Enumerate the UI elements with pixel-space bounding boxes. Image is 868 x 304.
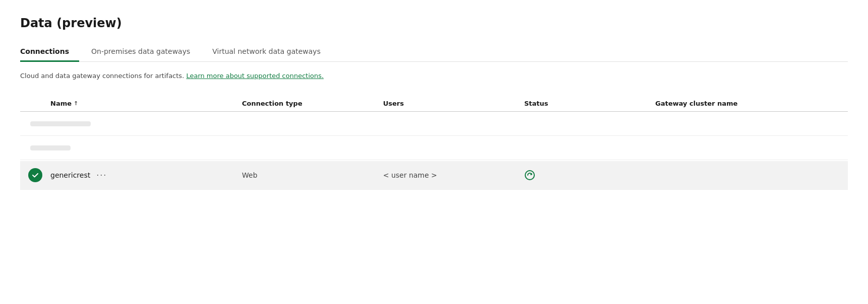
row-status — [524, 170, 655, 181]
sort-arrow-up-icon: ↑ — [74, 100, 78, 107]
page-title: Data (preview) — [20, 16, 848, 30]
row-check-col — [20, 168, 50, 182]
tab-connections[interactable]: Connections — [20, 42, 79, 62]
empty-row-1 — [20, 112, 848, 136]
learn-more-link[interactable]: Learn more about supported connections. — [186, 72, 324, 80]
empty-row-2 — [20, 136, 848, 160]
empty-row-bar-1 — [30, 121, 91, 126]
page-container: Data (preview) Connections On-premises d… — [0, 0, 868, 304]
status-refresh-icon — [524, 170, 655, 181]
col-header-gateway-cluster-name: Gateway cluster name — [655, 100, 848, 107]
row-users: < user name > — [383, 171, 524, 179]
row-name-text: genericrest — [50, 171, 90, 179]
table-header: Name ↑ Connection type Users Status Gate… — [20, 96, 848, 112]
empty-rows — [20, 112, 848, 160]
description-text: Cloud and data gateway connections for a… — [20, 72, 848, 80]
empty-row-bar-2 — [30, 145, 71, 150]
tab-on-premises[interactable]: On-premises data gateways — [91, 42, 200, 62]
tab-bar: Connections On-premises data gateways Vi… — [20, 42, 848, 62]
row-connection-type: Web — [242, 171, 383, 179]
check-circle-icon — [28, 168, 42, 182]
col-header-name[interactable]: Name ↑ — [50, 100, 242, 107]
row-name-col: genericrest ··· — [50, 171, 242, 180]
col-header-users: Users — [383, 100, 524, 107]
table-row[interactable]: genericrest ··· Web < user name > — [20, 161, 848, 190]
col-header-connection-type[interactable]: Connection type — [242, 100, 383, 107]
row-menu-button[interactable]: ··· — [96, 171, 107, 180]
svg-point-0 — [525, 171, 534, 180]
tab-virtual-network[interactable]: Virtual network data gateways — [212, 42, 331, 62]
col-header-status: Status — [524, 100, 655, 107]
